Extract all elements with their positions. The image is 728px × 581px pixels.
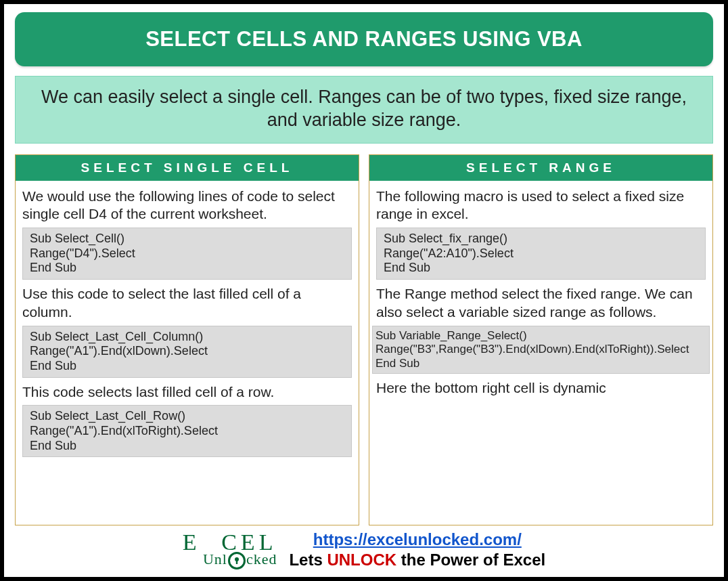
left-code-3: Sub Select_Last_Cell_Row() Range("A1").E…: [22, 405, 352, 457]
columns-container: SELECT SINGLE CELL We would use the foll…: [15, 154, 713, 526]
tagline-unlock: UNLOCK: [327, 551, 396, 569]
right-paragraph-2: The Range method select the fixed range.…: [376, 285, 706, 322]
left-code-1: Sub Select_Cell() Range("D4").Select End…: [22, 228, 352, 280]
left-paragraph-3: This code selects last filled cell of a …: [22, 383, 352, 402]
right-paragraph-3: Here the bottom right cell is dynamic: [376, 379, 706, 397]
brand-logo: E X CEL Unl cked: [183, 532, 277, 568]
right-code-2: Sub Variable_Range_Select() Range("B3",R…: [372, 326, 710, 374]
footer: E X CEL Unl cked https://excelunlocked.c…: [15, 530, 713, 572]
logo-bottom-row: Unl cked: [203, 551, 277, 568]
tagline-post: the Power of Excel: [396, 551, 545, 569]
keyhole-icon: [228, 552, 246, 569]
left-column-body: We would use the following lines of code…: [16, 181, 359, 469]
footer-text: https://excelunlocked.com/ Lets UNLOCK t…: [289, 530, 545, 570]
brand-url-link[interactable]: https://excelunlocked.com/: [313, 530, 522, 548]
right-code-1: Sub Select_fix_range() Range("A2:A10").S…: [376, 228, 706, 280]
tagline-pre: Lets: [289, 551, 327, 569]
right-column-header: SELECT RANGE: [369, 155, 712, 181]
logo-letter-e: E: [183, 532, 201, 553]
left-column-header: SELECT SINGLE CELL: [16, 155, 359, 181]
subtitle-box: We can easily select a single cell. Rang…: [15, 76, 713, 144]
svg-rect-1: [236, 560, 237, 564]
title-banner: SELECT CELLS AND RANGES USING VBA: [15, 12, 713, 66]
right-column-body: The following macro is used to select a …: [369, 181, 712, 407]
logo-unl: Unl: [203, 553, 227, 567]
logo-cked: cked: [246, 553, 277, 567]
left-paragraph-1: We would use the following lines of code…: [22, 188, 352, 224]
left-code-2: Sub Select_Last_Cell_Column() Range("A1"…: [22, 326, 352, 378]
right-paragraph-1: The following macro is used to select a …: [376, 188, 706, 224]
left-paragraph-2: Use this code to select the last filled …: [22, 285, 352, 322]
left-column: SELECT SINGLE CELL We would use the foll…: [15, 154, 359, 526]
right-column: SELECT RANGE The following macro is used…: [369, 154, 713, 526]
